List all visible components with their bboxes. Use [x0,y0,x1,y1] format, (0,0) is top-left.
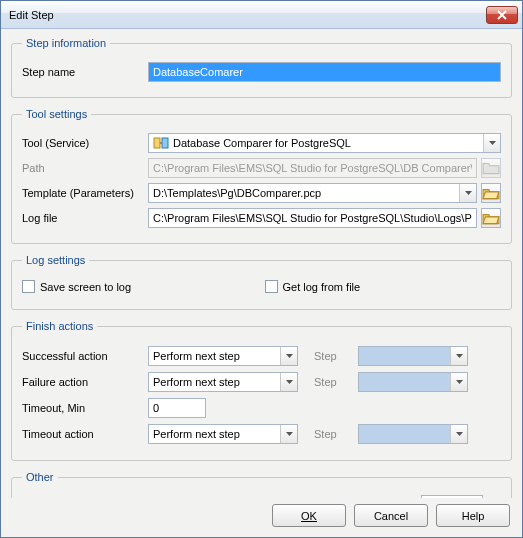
checkbox-box-icon [22,280,35,293]
chevron-down-icon[interactable] [450,373,467,391]
step-information-legend: Step information [22,37,110,49]
step-label: Step [314,376,352,388]
get-log-checkbox[interactable]: Get log from file [265,280,502,293]
browse-path-button [481,158,501,178]
successful-action-combo[interactable]: Perform next step [148,346,298,366]
chevron-down-icon[interactable] [459,184,476,202]
chevron-down-icon[interactable] [450,347,467,365]
help-button[interactable]: Help [436,504,510,527]
path-input [148,158,477,178]
dialog-content: Step information Step name Tool settings… [1,29,522,498]
save-screen-label: Save screen to log [40,281,131,293]
edit-step-dialog: Edit Step Step information Step name Too… [0,0,523,538]
timeout-min-input[interactable] [148,398,206,418]
checkbox-box-icon [265,280,278,293]
svg-rect-0 [154,138,160,148]
browse-logfile-button[interactable] [481,208,501,228]
path-label: Path [22,162,142,174]
step-name-input[interactable] [148,62,501,82]
template-value: D:\Templates\Pg\DBComparer.pcp [153,187,321,199]
chevron-down-icon[interactable] [280,373,297,391]
timeout-min-label: Timeout, Min [22,402,142,414]
other-group: Other Failure only for serious errors Lo… [11,471,512,498]
template-combo[interactable]: D:\Templates\Pg\DBComparer.pcp [148,183,477,203]
timeout-action-label: Timeout action [22,428,142,440]
logfile-input[interactable] [148,208,477,228]
folder-open-icon [482,209,500,227]
successful-action-value: Perform next step [153,350,240,362]
step-label: Step [314,428,352,440]
step-name-label: Step name [22,66,142,78]
tool-settings-group: Tool settings Tool (Service) Database Co… [11,108,512,244]
failure-action-value: Perform next step [153,376,240,388]
timeout-step-combo[interactable] [358,424,468,444]
tool-service-label: Tool (Service) [22,137,142,149]
tool-service-value: Database Comparer for PostgreSQL [173,137,351,149]
failure-action-label: Failure action [22,376,142,388]
timeout-action-value: Perform next step [153,428,240,440]
tool-settings-legend: Tool settings [22,108,91,120]
save-screen-checkbox[interactable]: Save screen to log [22,280,259,293]
logfile-label: Log file [22,212,142,224]
db-comparer-icon [153,135,169,151]
success-step-combo[interactable] [358,346,468,366]
chevron-down-icon[interactable] [280,347,297,365]
dialog-buttons: OK Cancel Help [1,498,522,537]
other-legend: Other [22,471,58,483]
failure-action-combo[interactable]: Perform next step [148,372,298,392]
browse-template-button[interactable] [481,183,501,203]
folder-icon [482,159,500,177]
timeout-action-combo[interactable]: Perform next step [148,424,298,444]
close-icon [497,10,507,20]
chevron-down-icon[interactable] [280,425,297,443]
successful-action-label: Successful action [22,350,142,362]
get-log-label: Get log from file [283,281,361,293]
step-label: Step [314,350,352,362]
titlebar: Edit Step [1,1,522,29]
window-title: Edit Step [9,9,486,21]
chevron-down-icon[interactable] [483,134,500,152]
svg-rect-1 [162,138,168,148]
template-label: Template (Parameters) [22,187,142,199]
log-settings-legend: Log settings [22,254,89,266]
cancel-button[interactable]: Cancel [354,504,428,527]
failure-step-combo[interactable] [358,372,468,392]
folder-open-icon [482,184,500,202]
finish-actions-group: Finish actions Successful action Perform… [11,320,512,461]
log-settings-group: Log settings Save screen to log Get log … [11,254,512,310]
ok-button[interactable]: OK [272,504,346,527]
chevron-down-icon[interactable] [450,425,467,443]
step-information-group: Step information Step name [11,37,512,98]
finish-actions-legend: Finish actions [22,320,97,332]
tool-service-combo[interactable]: Database Comparer for PostgreSQL [148,133,501,153]
close-button[interactable] [486,6,518,24]
